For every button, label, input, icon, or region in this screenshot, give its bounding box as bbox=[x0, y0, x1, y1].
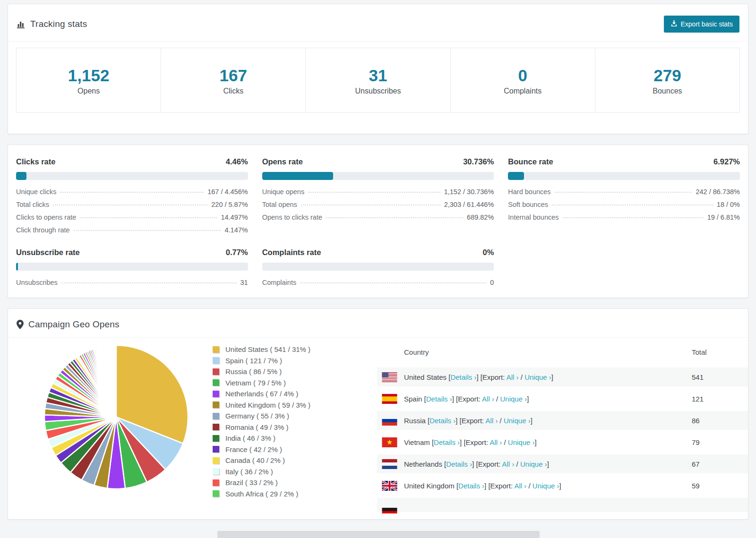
export-all-link[interactable]: All › bbox=[507, 373, 519, 381]
stat-row: Click through rate4.147% bbox=[16, 226, 248, 234]
legend-item: Italy ( 36 / 2% ) bbox=[213, 468, 365, 476]
flag-us-icon bbox=[382, 372, 397, 382]
dotted-leader bbox=[61, 282, 237, 283]
stats-summary: 1,152 Opens 167 Clicks 31 Unsubscribes 0… bbox=[16, 48, 740, 113]
tracking-stats-panel: Tracking stats Export basic stats 1,152 … bbox=[8, 4, 748, 134]
dotted-leader bbox=[300, 282, 486, 283]
export-unique-link[interactable]: Unique › bbox=[504, 417, 531, 425]
legend-label: Spain ( 121 / 7% ) bbox=[225, 357, 282, 365]
details-link[interactable]: Details › bbox=[446, 460, 472, 468]
total-value: 79 bbox=[692, 438, 741, 446]
flag-nl-icon bbox=[382, 459, 397, 469]
dotted-leader bbox=[53, 205, 207, 205]
legend-swatch bbox=[213, 424, 219, 430]
legend-label: Italy ( 36 / 2% ) bbox=[225, 468, 273, 476]
panel-title: Tracking stats bbox=[30, 19, 87, 29]
stat-row: Total clicks220 / 5.87% bbox=[16, 201, 248, 208]
export-button-label: Export basic stats bbox=[681, 20, 733, 28]
dotted-leader bbox=[60, 192, 204, 193]
legend-swatch bbox=[213, 391, 219, 397]
dotted-leader bbox=[301, 205, 440, 205]
export-all-link[interactable]: All › bbox=[490, 438, 502, 446]
details-link[interactable]: Details › bbox=[434, 438, 460, 446]
stat-label: Clicks bbox=[161, 87, 305, 95]
rate-percent: 6.927% bbox=[713, 157, 740, 166]
legend-swatch bbox=[213, 346, 219, 353]
total-value: 59 bbox=[692, 482, 741, 490]
progress-bar bbox=[16, 263, 248, 271]
legend-item: France ( 42 / 2% ) bbox=[213, 445, 365, 453]
details-link[interactable]: Details › bbox=[430, 417, 455, 425]
export-download-icon bbox=[670, 20, 678, 28]
dotted-leader bbox=[326, 217, 463, 218]
horizontal-scrollbar-thumb[interactable] bbox=[217, 531, 540, 538]
stat-row: Clicks to opens rate14.497% bbox=[16, 213, 248, 221]
stat-row: Soft bounces18 / 0% bbox=[508, 201, 740, 208]
stat-value: 279 bbox=[595, 66, 739, 85]
total-value: 67 bbox=[692, 460, 741, 468]
country-cell: Russia [Details ›] [Export: All › / Uniq… bbox=[404, 417, 692, 425]
flag-gb-icon bbox=[382, 481, 397, 491]
rates-grid: Clicks rate 4.46% Unique clicks167 / 4.4… bbox=[16, 157, 740, 286]
export-unique-link[interactable]: Unique › bbox=[508, 438, 535, 446]
dotted-leader bbox=[80, 217, 217, 218]
details-link[interactable]: Details › bbox=[458, 482, 484, 490]
tracking-stats-header: Tracking stats Export basic stats bbox=[8, 4, 748, 42]
progress-bar bbox=[262, 263, 494, 271]
details-link[interactable]: Details › bbox=[450, 373, 476, 381]
legend-item: Vietnam ( 79 / 5% ) bbox=[213, 379, 365, 387]
legend-swatch bbox=[213, 357, 219, 364]
table-row: Vietnam [Details ›] [Export: All › / Uni… bbox=[377, 431, 748, 453]
legend-item: Russia ( 86 / 5% ) bbox=[213, 367, 365, 376]
progress-fill bbox=[16, 263, 18, 271]
legend-item: Romania ( 49 / 3% ) bbox=[213, 423, 365, 431]
legend-swatch bbox=[213, 368, 219, 375]
column-header-country: Country bbox=[404, 348, 692, 356]
table-body: United States [Details ›] [Export: All ›… bbox=[377, 366, 748, 513]
stat-label: Bounces bbox=[595, 87, 739, 95]
stat-row: Hard bounces242 / 86.738% bbox=[508, 188, 740, 196]
export-unique-link[interactable]: Unique › bbox=[524, 373, 551, 381]
rates-panel: Clicks rate 4.46% Unique clicks167 / 4.4… bbox=[8, 145, 748, 298]
details-link[interactable]: Details › bbox=[426, 395, 452, 403]
stat-value: 0 bbox=[451, 66, 595, 85]
export-all-link[interactable]: All › bbox=[486, 417, 498, 425]
geo-opens-header: Campaign Geo Opens bbox=[8, 309, 748, 338]
export-all-link[interactable]: All › bbox=[482, 395, 494, 403]
rate-percent: 4.46% bbox=[226, 157, 248, 166]
rate-percent: 0.77% bbox=[226, 248, 248, 257]
country-cell: Netherlands [Details ›] [Export: All › /… bbox=[404, 460, 692, 468]
legend-label: Germany ( 55 / 3% ) bbox=[225, 412, 289, 420]
export-unique-link[interactable]: Unique › bbox=[520, 460, 547, 468]
dotted-leader bbox=[563, 217, 704, 218]
table-row: United States [Details ›] [Export: All ›… bbox=[377, 366, 748, 388]
rate-percent: 30.736% bbox=[463, 157, 494, 166]
export-basic-stats-button[interactable]: Export basic stats bbox=[664, 16, 740, 33]
legend-swatch bbox=[213, 379, 219, 386]
stat-opens: 1,152 Opens bbox=[17, 48, 161, 112]
legend-swatch bbox=[213, 401, 219, 408]
rate-block-opens: Opens rate 30.736% Unique opens1,152 / 3… bbox=[262, 157, 494, 234]
stat-value: 31 bbox=[306, 66, 450, 85]
geo-pie-chart bbox=[43, 343, 190, 513]
legend-item: Canada ( 40 / 2% ) bbox=[213, 456, 365, 464]
export-unique-link[interactable]: Unique › bbox=[500, 395, 527, 403]
stat-row: Unique opens1,152 / 30.736% bbox=[262, 188, 494, 196]
export-all-link[interactable]: All › bbox=[514, 482, 526, 490]
geo-content: United States ( 541 / 31% )Spain ( 121 /… bbox=[8, 338, 748, 513]
stat-unsubscribes: 31 Unsubscribes bbox=[306, 48, 450, 112]
stat-clicks: 167 Clicks bbox=[161, 48, 306, 112]
legend-swatch bbox=[213, 479, 219, 486]
legend-label: Canada ( 40 / 2% ) bbox=[225, 456, 285, 464]
progress-fill bbox=[262, 172, 334, 180]
legend-swatch bbox=[213, 413, 219, 419]
export-all-link[interactable]: All › bbox=[502, 460, 515, 468]
stat-label: Opens bbox=[17, 87, 161, 95]
rate-title: Complaints rate bbox=[262, 248, 321, 257]
stat-label: Unsubscribes bbox=[306, 87, 450, 95]
export-unique-link[interactable]: Unique › bbox=[533, 482, 559, 490]
legend-item: United Kingdom ( 59 / 3% ) bbox=[213, 401, 365, 409]
stat-row: Unique clicks167 / 4.456% bbox=[16, 188, 248, 196]
legend-label: Netherlands ( 67 / 4% ) bbox=[225, 390, 298, 398]
table-row: Russia [Details ›] [Export: All › / Uniq… bbox=[377, 410, 748, 431]
